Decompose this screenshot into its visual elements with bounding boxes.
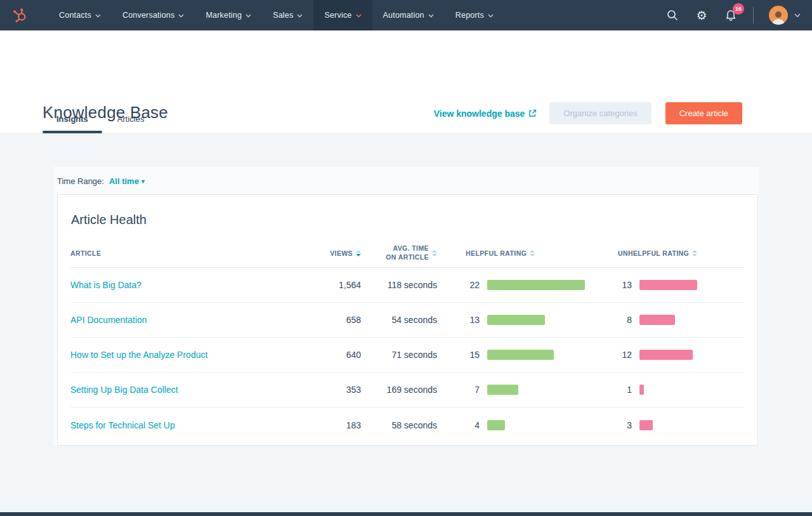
avg-time-value: 118 seconds [361, 280, 437, 290]
sort-icon-avg-time[interactable] [432, 250, 437, 256]
article-link[interactable]: Setting Up Big Data Collect [70, 385, 178, 395]
caret-down-icon: ▾ [141, 178, 145, 185]
nav-item-label: Automation [383, 11, 424, 20]
hubspot-sprocket-logo[interactable] [9, 4, 30, 26]
nav-item-label: Marketing [206, 11, 242, 20]
bell-icon[interactable]: 16 [724, 8, 738, 22]
tab-insights[interactable]: Insights [43, 114, 102, 133]
table-row: How to Set up the Analyze Product 640 71… [70, 338, 745, 373]
insights-panel: Time Range: All time ▾ Article Health AR… [53, 167, 759, 446]
views-value: 658 [280, 315, 361, 325]
sort-icon-unhelpful[interactable] [692, 250, 697, 256]
chevron-down-icon [488, 14, 494, 18]
article-health-card: Article Health ARTICLE VIEWS AVG. TIME O… [57, 194, 758, 446]
table-row: API Documentation 658 54 seconds 13 8 [70, 303, 745, 338]
nav-divider [753, 7, 754, 23]
nav-item-label: Sales [273, 11, 293, 20]
column-header-helpful[interactable]: HELPFUL RATING [437, 249, 617, 257]
unhelpful-bar [639, 420, 653, 430]
chevron-down-icon [297, 14, 303, 18]
time-range-label: Time Range: [57, 176, 104, 186]
column-header-unhelpful[interactable]: UNHELPFUL RATING [617, 249, 746, 257]
create-article-button[interactable]: Create article [665, 102, 742, 124]
helpful-rating-cell: 4 [437, 420, 617, 430]
unhelpful-rating-cell: 8 [617, 315, 746, 325]
table-header-row: ARTICLE VIEWS AVG. TIME ON ARTICLE HELPF… [70, 239, 745, 268]
helpful-bar [487, 315, 545, 325]
nav-item-label: Contacts [59, 11, 91, 20]
unhelpful-rating-cell: 3 [617, 420, 746, 430]
helpful-bar [487, 420, 505, 430]
avg-time-value: 54 seconds [361, 315, 437, 325]
chevron-down-icon [246, 14, 251, 18]
unhelpful-bar [639, 315, 675, 325]
helpful-rating-cell: 7 [437, 385, 617, 395]
avg-time-value: 58 seconds [361, 420, 437, 430]
article-link[interactable]: How to Set up the Analyze Product [70, 350, 207, 360]
organize-categories-button[interactable]: Organize categories [549, 102, 651, 124]
chevron-down-icon [178, 14, 184, 18]
helpful-bar [487, 280, 585, 290]
view-knowledge-base-label: View knowledge base [434, 109, 525, 119]
time-range-value: All time [109, 176, 139, 186]
avg-time-value: 71 seconds [361, 350, 437, 360]
nav-item-contacts[interactable]: Contacts [48, 0, 112, 30]
nav-item-automation[interactable]: Automation [372, 0, 445, 30]
chevron-down-icon [794, 13, 801, 18]
table-row: Setting Up Big Data Collect 353 169 seco… [70, 373, 745, 407]
unhelpful-bar [639, 385, 644, 395]
chevron-down-icon [428, 14, 434, 18]
column-header-article: ARTICLE [70, 249, 280, 257]
nav-item-marketing[interactable]: Marketing [195, 0, 262, 30]
helpful-bar [487, 385, 518, 395]
helpful-rating-cell: 22 [437, 280, 617, 290]
views-value: 353 [280, 385, 361, 395]
avg-time-value: 169 seconds [361, 385, 437, 395]
views-value: 640 [280, 350, 361, 360]
unhelpful-rating-cell: 1 [617, 385, 746, 395]
time-range-filter: Time Range: All time ▾ [53, 167, 759, 194]
tabs: Insights Articles [43, 114, 158, 133]
article-link[interactable]: Steps for Technical Set Up [70, 420, 175, 430]
column-header-views[interactable]: VIEWS [280, 249, 361, 257]
chevron-down-icon [356, 14, 362, 18]
nav-menu: Contacts Conversations Marketing Sales S… [48, 0, 504, 30]
helpful-rating-cell: 15 [437, 350, 617, 360]
table-row: What is Big Data? 1,564 118 seconds 22 1… [70, 268, 745, 303]
table-row: Steps for Technical Set Up 183 58 second… [70, 407, 745, 442]
helpful-rating-cell: 13 [437, 315, 617, 325]
view-knowledge-base-link[interactable]: View knowledge base [434, 109, 537, 119]
bottom-bar [0, 512, 812, 516]
sort-icon-views[interactable] [356, 250, 361, 256]
top-navigation: Contacts Conversations Marketing Sales S… [0, 0, 812, 30]
sort-icon-helpful[interactable] [530, 250, 535, 256]
account-menu[interactable] [769, 6, 801, 25]
nav-item-conversations[interactable]: Conversations [112, 0, 195, 30]
external-link-icon [528, 109, 537, 117]
nav-right-controls: ⚙ 16 [665, 6, 801, 25]
nav-item-label: Conversations [122, 11, 175, 20]
unhelpful-rating-cell: 12 [617, 350, 746, 360]
notification-count-badge: 16 [733, 3, 744, 15]
time-range-dropdown[interactable]: All time ▾ [109, 176, 145, 186]
hubspot-sprocket-logo-svg [11, 7, 28, 23]
header-actions: View knowledge base Organize categories … [434, 102, 742, 124]
nav-item-label: Service [324, 11, 351, 20]
content-area: Time Range: All time ▾ Article Health AR… [0, 133, 812, 516]
page-header: Knowledge Base View knowledge base Organ… [0, 30, 812, 133]
tab-articles[interactable]: Articles [103, 114, 159, 133]
views-value: 183 [280, 420, 361, 430]
unhelpful-rating-cell: 13 [617, 280, 746, 290]
gear-icon[interactable]: ⚙ [695, 8, 709, 22]
column-header-avg-time[interactable]: AVG. TIME ON ARTICLE [361, 244, 437, 261]
nav-item-reports[interactable]: Reports [445, 0, 504, 30]
views-value: 1,564 [280, 280, 361, 290]
avatar [769, 6, 788, 25]
search-icon[interactable] [665, 8, 679, 22]
article-link[interactable]: What is Big Data? [70, 280, 141, 290]
nav-item-service[interactable]: Service [313, 0, 372, 30]
article-link[interactable]: API Documentation [70, 315, 147, 325]
nav-item-label: Reports [455, 11, 484, 20]
chevron-down-icon [95, 14, 101, 18]
nav-item-sales[interactable]: Sales [262, 0, 313, 30]
